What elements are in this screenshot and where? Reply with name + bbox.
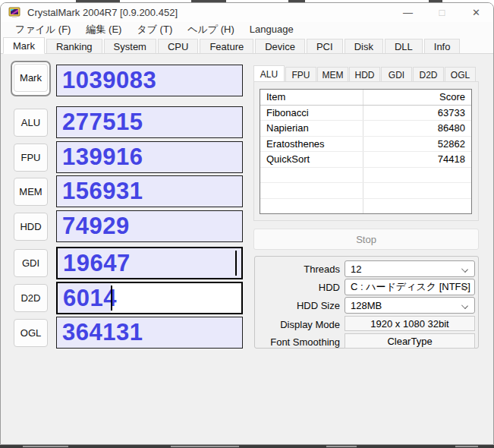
window-title: CrystalMark 2004R7 [0.9.200.452]	[27, 7, 178, 18]
field-row-threads: Threads 12	[255, 260, 478, 277]
result-tab-d2d[interactable]: D2D	[413, 67, 444, 82]
menu-item-file[interactable]: ファイル (F)	[8, 22, 78, 38]
score-field-gdi[interactable]: 19647	[56, 247, 243, 279]
cell-score	[363, 183, 471, 198]
cell-score: 74418	[363, 152, 471, 167]
result-tab-strip: ALU FPU MEM HDD GDI D2D OGL	[253, 65, 477, 82]
score-value: 19647	[63, 251, 131, 274]
close-button[interactable]: ✕	[459, 3, 493, 22]
display-mode-button[interactable]: 1920 x 1080 32bit	[345, 316, 475, 331]
table-row: Eratosthenes 52862	[260, 137, 471, 153]
artifact-dash	[171, 446, 239, 447]
cell-item	[260, 168, 363, 183]
main-tab-strip: Mark Ranking System CPU Feature Device P…	[1, 37, 493, 54]
cell-score	[363, 199, 471, 214]
score-value: 6014	[63, 286, 117, 309]
tab-cpu[interactable]: CPU	[158, 39, 198, 53]
field-row-hdd: HDD C : ハードディスク [NTFS]	[255, 279, 478, 295]
score-value: 277515	[62, 110, 143, 134]
minimize-button[interactable]: —	[391, 3, 425, 22]
client-area: Mark 1039083 ALU 277515 FPU 139916 MEM 1…	[1, 54, 493, 444]
score-field-fpu[interactable]: 139916	[56, 141, 243, 173]
tab-dll[interactable]: DLL	[385, 39, 423, 53]
cell-score: 63733	[363, 106, 471, 121]
table-empty-row	[260, 168, 471, 184]
result-tab-ogl[interactable]: OGL	[445, 67, 476, 82]
cell-item	[260, 183, 363, 198]
maximize-button[interactable]: □	[425, 3, 459, 22]
tab-system[interactable]: System	[104, 39, 156, 53]
settings-group-box: Threads 12 HDD C : ハードディスク [NTFS] HDD Si…	[254, 256, 479, 349]
artifact-dash	[455, 446, 478, 447]
threads-combobox[interactable]: 12	[345, 260, 475, 277]
app-icon	[8, 7, 20, 19]
score-value: 139916	[62, 145, 143, 169]
tab-pci[interactable]: PCI	[307, 39, 343, 53]
hdd-size-combobox[interactable]: 128MB	[345, 297, 475, 314]
sidebar-button-d2d[interactable]: D2D	[14, 284, 48, 312]
menu-item-edit[interactable]: 編集 (E)	[78, 22, 129, 38]
result-tab-hdd[interactable]: HDD	[349, 67, 380, 82]
menu-item-help[interactable]: ヘルプ (H)	[180, 22, 242, 38]
cell-score	[363, 168, 471, 183]
field-row-font-smoothing: Font Smoothing ClearType	[255, 333, 478, 350]
sidebar-button-alu[interactable]: ALU	[14, 109, 48, 137]
chevron-down-icon	[461, 266, 468, 273]
hdd-combobox[interactable]: C : ハードディスク [NTFS]	[345, 279, 475, 295]
table-empty-row	[260, 199, 471, 214]
score-field-d2d[interactable]: 6014	[56, 282, 243, 314]
score-value: 156931	[62, 179, 143, 203]
score-field-ogl[interactable]: 364131	[56, 317, 243, 349]
font-smoothing-button[interactable]: ClearType	[345, 333, 475, 349]
result-tab-fpu[interactable]: FPU	[285, 67, 316, 82]
display-mode-label: Display Mode	[260, 316, 340, 333]
table-row: QuickSort 74418	[260, 152, 471, 168]
sidebar-button-ogl[interactable]: OGL	[14, 319, 48, 347]
results-table: Item Score Fibonacci 63733 Napierian 864…	[260, 89, 472, 214]
tab-mark[interactable]: Mark	[3, 37, 45, 54]
sidebar-button-fpu[interactable]: FPU	[14, 144, 48, 172]
sidebar-button-mark[interactable]: Mark	[14, 64, 48, 92]
score-field-mark[interactable]: 1039083	[56, 65, 243, 96]
text-caret	[111, 286, 112, 311]
tab-disk[interactable]: Disk	[345, 39, 383, 53]
result-tab-gdi[interactable]: GDI	[381, 67, 412, 82]
cell-score: 86480	[363, 121, 471, 136]
menu-item-tab[interactable]: タブ (T)	[129, 22, 180, 38]
score-field-alu[interactable]: 277515	[56, 106, 243, 138]
hdd-value: C : ハードディスク [NTFS]	[351, 280, 470, 294]
text-caret	[235, 251, 237, 276]
result-tab-alu[interactable]: ALU	[253, 65, 285, 83]
menu-item-language[interactable]: Language	[242, 23, 301, 36]
score-value: 364131	[62, 320, 143, 344]
titlebar[interactable]: CrystalMark 2004R7 [0.9.200.452] — □ ✕	[1, 3, 493, 22]
score-field-mem[interactable]: 156931	[56, 175, 243, 207]
table-empty-row	[260, 183, 471, 199]
sidebar-button-gdi[interactable]: GDI	[14, 249, 48, 277]
threads-label: Threads	[260, 260, 340, 277]
cell-item	[260, 199, 363, 214]
tab-feature[interactable]: Feature	[200, 39, 253, 53]
hdd-size-label: HDD Size	[260, 297, 340, 314]
tab-ranking[interactable]: Ranking	[46, 39, 102, 53]
artifact-dash	[23, 446, 68, 447]
tab-device[interactable]: Device	[255, 39, 305, 53]
focused-button-ring: Mark	[11, 61, 51, 96]
score-value: 74929	[62, 214, 130, 238]
tab-info[interactable]: Info	[424, 39, 461, 53]
sidebar-button-hdd[interactable]: HDD	[14, 213, 48, 241]
artifact-dash	[326, 446, 357, 447]
cell-item: QuickSort	[260, 152, 363, 167]
column-header-score: Score	[363, 90, 471, 105]
score-field-hdd[interactable]: 74929	[56, 210, 243, 242]
sidebar-button-mem[interactable]: MEM	[14, 178, 48, 206]
stop-button[interactable]: Stop	[253, 229, 479, 250]
font-smoothing-label: Font Smoothing	[260, 333, 340, 350]
menubar: ファイル (F) 編集 (E) タブ (T) ヘルプ (H) Language	[1, 22, 493, 37]
field-row-hdd-size: HDD Size 128MB	[255, 297, 478, 314]
cell-score: 52862	[363, 137, 471, 152]
hdd-label: HDD	[260, 279, 340, 295]
app-window: CrystalMark 2004R7 [0.9.200.452] — □ ✕ フ…	[0, 2, 494, 445]
result-tab-mem[interactable]: MEM	[317, 67, 348, 82]
window-controls: — □ ✕	[391, 3, 493, 22]
